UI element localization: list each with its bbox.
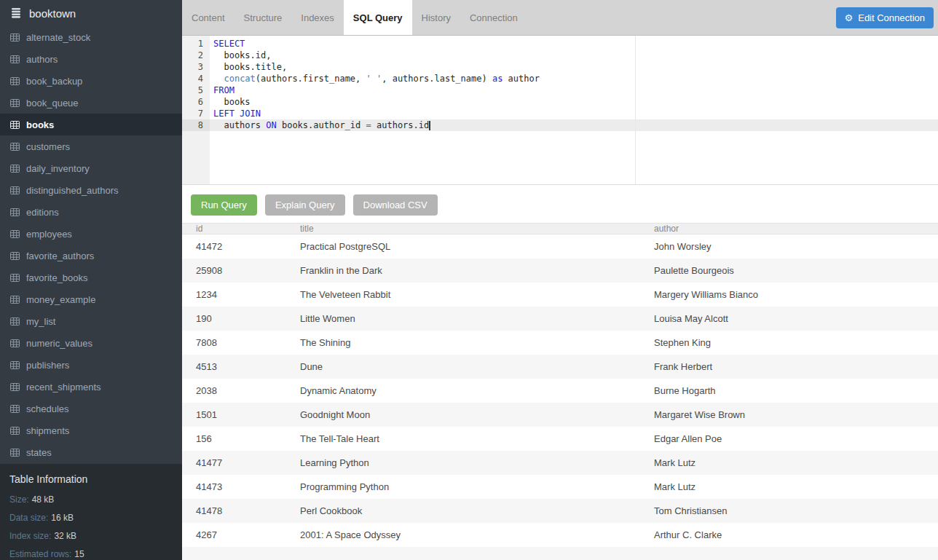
sidebar-table-item[interactable]: authors bbox=[0, 48, 182, 70]
sidebar-table-item[interactable]: my_list bbox=[0, 310, 182, 332]
sidebar-table-item[interactable]: editions bbox=[0, 201, 182, 223]
table-row[interactable]: 156 The Tell-Tale Heart Edgar Allen Poe bbox=[182, 427, 938, 451]
tab[interactable]: Structure bbox=[234, 0, 292, 35]
stat-label: Index size: bbox=[9, 531, 51, 541]
cell-title: Dynamic Anatomy bbox=[286, 385, 640, 396]
table-item-label: book_backup bbox=[26, 76, 82, 87]
sidebar-table-item[interactable]: distinguished_authors bbox=[0, 179, 182, 201]
code-line[interactable]: 2 books.id, bbox=[182, 50, 938, 61]
table-row[interactable]: 41473 Programming Python Mark Lutz bbox=[182, 475, 938, 499]
code-line[interactable]: 5FROM bbox=[182, 84, 938, 96]
cell-id: 4513 bbox=[182, 361, 286, 372]
table-icon bbox=[10, 405, 20, 413]
sidebar-table-item[interactable]: alternate_stock bbox=[0, 26, 182, 48]
table-row[interactable]: 4267 2001: A Space Odyssey Arthur C. Cla… bbox=[182, 523, 938, 547]
table-icon bbox=[10, 318, 20, 326]
table-item-label: numeric_values bbox=[26, 338, 92, 349]
sidebar: booktown alternate_stock bbox=[0, 0, 182, 560]
tab[interactable]: History bbox=[412, 0, 460, 35]
sidebar-table-item[interactable]: recent_shipments bbox=[0, 376, 182, 398]
results-header: id title author bbox=[182, 223, 938, 234]
sidebar-table-item[interactable]: book_queue bbox=[0, 92, 182, 114]
table-row[interactable]: 41478 Perl Cookbook Tom Christiansen bbox=[182, 499, 938, 523]
cell-author: Louisa May Alcott bbox=[640, 313, 938, 324]
stat-value: 48 kB bbox=[32, 494, 55, 505]
code-line[interactable]: 8 authors ON books.author_id = authors.i… bbox=[182, 119, 938, 131]
table-item-label: books bbox=[26, 119, 54, 130]
table-information-panel: Table Information Size:48 kB Data size:1… bbox=[0, 464, 182, 560]
sidebar-table-item[interactable]: schedules bbox=[0, 398, 182, 419]
sidebar-table-item[interactable]: favorite_authors bbox=[0, 245, 182, 267]
cell-title: The Shining bbox=[286, 337, 640, 348]
table-item-label: states bbox=[26, 447, 52, 458]
sidebar-table-item[interactable]: states bbox=[0, 441, 182, 463]
table-item-label: book_queue bbox=[26, 98, 79, 109]
code-text: SELECT bbox=[210, 38, 245, 50]
query-action-button[interactable]: Explain Query bbox=[265, 194, 345, 216]
print-margin-line bbox=[635, 36, 636, 184]
table-icon bbox=[10, 33, 20, 42]
line-number: 4 bbox=[182, 73, 210, 84]
sql-editor[interactable]: 1SELECT2 books.id,3 books.title,4 concat… bbox=[182, 36, 938, 185]
table-item-label: schedules bbox=[26, 403, 69, 414]
table-icon bbox=[10, 121, 20, 129]
line-number: 5 bbox=[182, 84, 210, 96]
cell-author: Burne Hogarth bbox=[640, 385, 938, 396]
column-header[interactable]: author bbox=[640, 224, 938, 234]
table-row[interactable]: 2038 Dynamic Anatomy Burne Hogarth bbox=[182, 379, 938, 403]
table-row[interactable]: 1501 Goodnight Moon Margaret Wise Brown bbox=[182, 403, 938, 427]
tab-label: SQL Query bbox=[353, 12, 403, 23]
sidebar-table-item[interactable]: daily_inventory bbox=[0, 157, 182, 179]
sidebar-table-item[interactable]: books bbox=[0, 114, 182, 135]
column-header[interactable]: title bbox=[286, 224, 640, 234]
cell-author: Margaret Wise Brown bbox=[640, 409, 938, 420]
tab[interactable]: Connection bbox=[460, 0, 527, 35]
code-line[interactable]: 4 concat(authors.first_name, ' ', author… bbox=[182, 73, 938, 84]
code-line[interactable]: 1SELECT bbox=[182, 38, 938, 50]
code-line[interactable]: 7LEFT JOIN bbox=[182, 108, 938, 119]
tab[interactable]: Content bbox=[182, 0, 234, 35]
table-row[interactable]: 7808 The Shining Stephen King bbox=[182, 331, 938, 355]
table-icon bbox=[10, 230, 20, 238]
table-information-title: Table Information bbox=[9, 473, 173, 485]
table-item-label: shipments bbox=[26, 425, 69, 436]
sidebar-table-item[interactable]: employees bbox=[0, 223, 182, 245]
sidebar-table-item[interactable]: book_backup bbox=[0, 70, 182, 92]
sidebar-table-item[interactable]: publishers bbox=[0, 354, 182, 376]
query-action-button[interactable]: Run Query bbox=[191, 194, 257, 216]
table-row[interactable]: 25908 Franklin in the Dark Paulette Bour… bbox=[182, 259, 938, 283]
results-body: 41472 Practical PostgreSQL John Worsley … bbox=[182, 234, 938, 560]
code-text: books.title, bbox=[210, 61, 287, 73]
text-cursor bbox=[429, 121, 430, 130]
cell-author: Margery Williams Bianco bbox=[640, 289, 938, 300]
edit-connection-label: Edit Connection bbox=[858, 12, 925, 23]
table-icon bbox=[10, 77, 20, 85]
table-icon bbox=[10, 339, 20, 347]
cell-author: Paulette Bourgeois bbox=[640, 265, 938, 276]
sidebar-table-item[interactable]: numeric_values bbox=[0, 332, 182, 354]
tab-label: Indexes bbox=[301, 12, 334, 23]
tab[interactable]: Indexes bbox=[291, 0, 344, 35]
cell-author: Mark Lutz bbox=[640, 481, 938, 492]
table-row[interactable]: 41472 Practical PostgreSQL John Worsley bbox=[182, 234, 938, 259]
code-text: LEFT JOIN bbox=[210, 108, 261, 119]
line-number: 8 bbox=[182, 119, 210, 131]
cell-author: Mark Lutz bbox=[640, 457, 938, 468]
column-header[interactable]: id bbox=[182, 224, 286, 234]
table-row[interactable]: 4513 Dune Frank Herbert bbox=[182, 355, 938, 379]
tab-bar: Content Structure Indexes SQL Query bbox=[182, 0, 938, 36]
code-line[interactable]: 3 books.title, bbox=[182, 61, 938, 73]
cell-title: Learning Python bbox=[286, 457, 640, 468]
tab[interactable]: SQL Query bbox=[344, 0, 412, 35]
sidebar-table-item[interactable]: favorite_books bbox=[0, 267, 182, 288]
query-action-button[interactable]: Download CSV bbox=[353, 194, 438, 216]
table-row[interactable]: 41477 Learning Python Mark Lutz bbox=[182, 451, 938, 475]
sidebar-table-item[interactable]: customers bbox=[0, 135, 182, 157]
edit-connection-button[interactable]: ⚙ Edit Connection bbox=[836, 7, 934, 28]
database-header[interactable]: booktown bbox=[0, 0, 182, 26]
table-row[interactable]: 190 Little Women Louisa May Alcott bbox=[182, 307, 938, 331]
sidebar-table-item[interactable]: shipments bbox=[0, 419, 182, 441]
sidebar-table-item[interactable]: money_example bbox=[0, 288, 182, 310]
table-row[interactable]: 1234 The Velveteen Rabbit Margery Willia… bbox=[182, 283, 938, 307]
code-line[interactable]: 6 books bbox=[182, 96, 938, 108]
